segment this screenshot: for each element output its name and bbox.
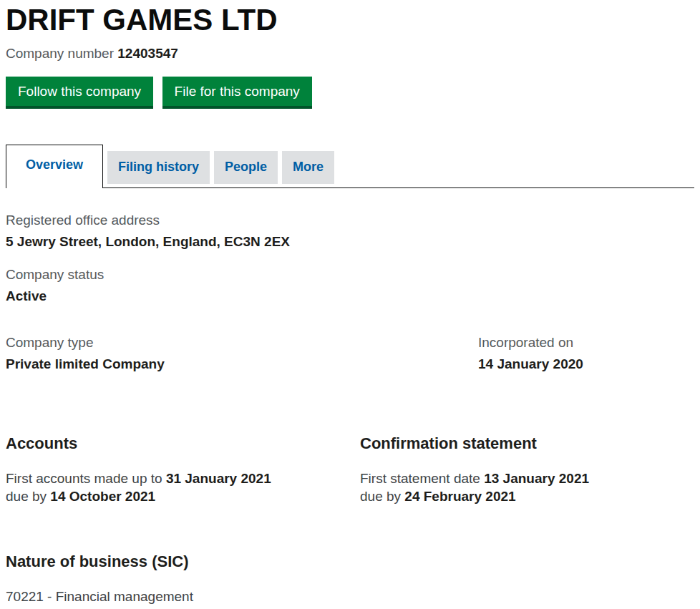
company-status-value: Active xyxy=(6,288,694,305)
sic-code-value: 70221 - Financial management xyxy=(6,588,694,605)
company-type-field: Company type Private limited Company xyxy=(6,334,478,373)
accounts-made-up-line: First accounts made up to 31 January 202… xyxy=(6,469,360,487)
accounts-due-prefix: due by xyxy=(6,489,50,504)
company-status-label: Company status xyxy=(6,266,694,283)
accounts-details: First accounts made up to 31 January 202… xyxy=(6,469,360,505)
confirmation-statement-section: Confirmation statement First statement d… xyxy=(360,434,694,505)
confirmation-statement-details: First statement date 13 January 2021 due… xyxy=(360,469,694,505)
tab-bar: Overview Filing history People More xyxy=(6,145,694,188)
accounts-made-up-date: 31 January 2021 xyxy=(166,471,271,486)
company-number-value: 12403547 xyxy=(117,46,178,61)
company-type-label: Company type xyxy=(6,334,478,351)
statement-due-date: 24 February 2021 xyxy=(404,489,515,504)
follow-company-button[interactable]: Follow this company xyxy=(6,77,153,106)
tab-overview[interactable]: Overview xyxy=(6,145,103,188)
statement-date-prefix: First statement date xyxy=(360,471,484,486)
tab-filing-history[interactable]: Filing history xyxy=(107,151,210,184)
statement-due-line: due by 24 February 2021 xyxy=(360,487,694,505)
file-company-button[interactable]: File for this company xyxy=(162,77,312,106)
type-incorporation-row: Company type Private limited Company Inc… xyxy=(6,334,694,373)
accounts-due-date: 14 October 2021 xyxy=(50,489,155,504)
company-type-value: Private limited Company xyxy=(6,356,478,373)
page-title: DRIFT GAMES LTD xyxy=(6,4,694,36)
nature-of-business-section: Nature of business (SIC) 70221 - Financi… xyxy=(6,552,694,605)
accounts-section: Accounts First accounts made up to 31 Ja… xyxy=(6,434,360,505)
confirmation-statement-heading: Confirmation statement xyxy=(360,434,694,453)
overview-panel: Registered office address 5 Jewry Street… xyxy=(6,188,694,605)
accounts-heading: Accounts xyxy=(6,434,360,453)
incorporated-value: 14 January 2020 xyxy=(478,356,694,373)
accounts-made-up-prefix: First accounts made up to xyxy=(6,471,166,486)
statement-date-value: 13 January 2021 xyxy=(484,471,589,486)
action-buttons: Follow this company File for this compan… xyxy=(6,77,694,106)
incorporated-field: Incorporated on 14 January 2020 xyxy=(478,334,694,373)
company-number-label: Company number xyxy=(6,46,117,61)
incorporated-label: Incorporated on xyxy=(478,334,694,351)
tab-more[interactable]: More xyxy=(282,151,334,184)
accounts-due-line: due by 14 October 2021 xyxy=(6,487,360,505)
company-profile-page: DRIFT GAMES LTD Company number 12403547 … xyxy=(0,0,700,609)
nature-of-business-heading: Nature of business (SIC) xyxy=(6,552,694,571)
statement-due-prefix: due by xyxy=(360,489,404,504)
statement-date-line: First statement date 13 January 2021 xyxy=(360,469,694,487)
registered-office-label: Registered office address xyxy=(6,212,694,229)
accounts-confirmation-row: Accounts First accounts made up to 31 Ja… xyxy=(6,434,694,505)
company-number: Company number 12403547 xyxy=(6,46,694,62)
registered-office-value: 5 Jewry Street, London, England, EC3N 2E… xyxy=(6,233,694,250)
tab-people[interactable]: People xyxy=(214,151,278,184)
